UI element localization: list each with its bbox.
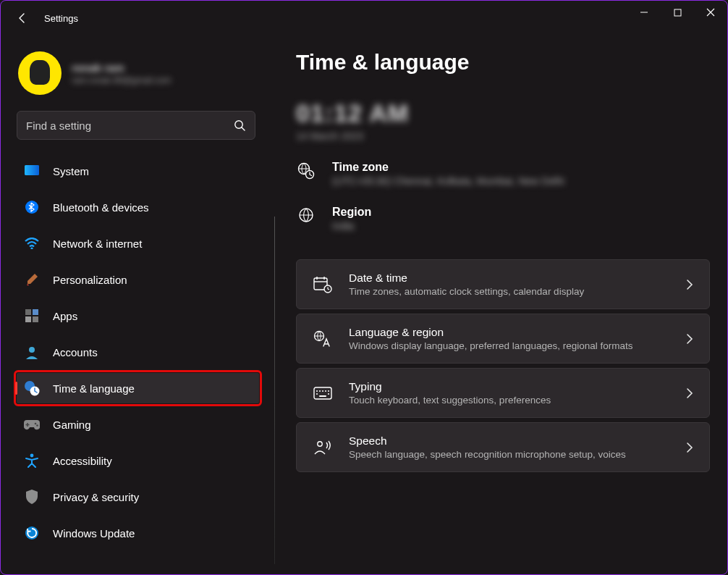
user-account-row[interactable]: ronak ram ram.ronak.98@gmail.com xyxy=(18,51,259,95)
svg-point-35 xyxy=(328,393,329,395)
chevron-right-icon xyxy=(686,333,693,345)
sidebar-item-apps[interactable]: Apps xyxy=(17,301,259,331)
svg-rect-1 xyxy=(674,9,681,16)
region-title: Region xyxy=(332,206,371,219)
search-icon xyxy=(234,119,246,132)
card-title: Speech xyxy=(349,435,670,448)
current-time: 01:12 AM xyxy=(296,99,710,127)
calendar-clock-icon xyxy=(313,276,333,293)
svg-rect-9 xyxy=(33,309,38,315)
svg-rect-36 xyxy=(319,395,326,397)
page-title: Time & language xyxy=(296,50,710,75)
window-controls xyxy=(627,1,727,24)
gamepad-icon xyxy=(24,416,40,432)
sidebar-item-label: Privacy & security xyxy=(53,491,139,503)
globe-clock-icon xyxy=(296,162,316,180)
svg-point-37 xyxy=(318,441,322,445)
svg-rect-8 xyxy=(25,309,31,315)
minimize-button[interactable] xyxy=(627,1,661,24)
timezone-title: Time zone xyxy=(332,161,564,174)
card-language-region[interactable]: Language & region Windows display langua… xyxy=(296,314,710,364)
title-bar: Settings xyxy=(1,1,727,35)
search-input[interactable] xyxy=(26,119,234,132)
speech-icon xyxy=(313,440,333,456)
globe-icon xyxy=(296,207,316,223)
sidebar-item-label: Network & internet xyxy=(53,238,142,250)
svg-rect-10 xyxy=(25,316,31,322)
card-subtitle: Touch keyboard, text suggestions, prefer… xyxy=(349,395,670,406)
card-date-time[interactable]: Date & time Time zones, automatic clock … xyxy=(296,259,710,309)
card-typing[interactable]: Typing Touch keyboard, text suggestions,… xyxy=(296,368,710,418)
svg-rect-11 xyxy=(33,316,38,322)
sidebar-item-label: Windows Update xyxy=(53,527,135,540)
user-email: ram.ronak.98@gmail.com xyxy=(72,75,172,85)
svg-point-7 xyxy=(30,247,33,249)
sidebar-item-label: Time & language xyxy=(53,382,135,395)
card-subtitle: Windows display language, preferred lang… xyxy=(349,340,670,351)
svg-point-15 xyxy=(35,423,37,425)
sidebar-item-bluetooth[interactable]: Bluetooth & devices xyxy=(17,192,259,222)
settings-card-list: Date & time Time zones, automatic clock … xyxy=(296,259,710,472)
sidebar-item-gaming[interactable]: Gaming xyxy=(17,409,259,440)
user-name: ronak ram xyxy=(72,62,172,74)
shield-icon xyxy=(24,489,40,505)
clock-globe-icon xyxy=(24,380,40,396)
region-value: India xyxy=(332,220,371,232)
region-info: Region India xyxy=(296,206,710,232)
close-icon xyxy=(706,8,715,17)
sidebar-item-accounts[interactable]: Accounts xyxy=(17,337,259,367)
back-button[interactable] xyxy=(8,4,37,33)
paintbrush-icon xyxy=(24,272,40,288)
avatar xyxy=(18,51,62,95)
sidebar-item-windows-update[interactable]: Windows Update xyxy=(17,518,259,548)
sidebar-item-label: Bluetooth & devices xyxy=(53,201,149,214)
maximize-button[interactable] xyxy=(661,1,694,24)
chevron-right-icon xyxy=(686,387,693,399)
svg-line-3 xyxy=(242,127,245,130)
sidebar-item-personalization[interactable]: Personalization xyxy=(17,264,259,295)
sidebar-item-privacy[interactable]: Privacy & security xyxy=(17,482,259,512)
sidebar-item-label: Personalization xyxy=(53,274,127,286)
chevron-right-icon xyxy=(686,442,693,453)
svg-point-31 xyxy=(322,390,323,392)
sidebar-item-label: Apps xyxy=(53,310,77,322)
timezone-info: Time zone (UTC+05:30) Chennai, Kolkata, … xyxy=(296,161,710,187)
language-icon xyxy=(313,330,333,348)
close-button[interactable] xyxy=(694,1,727,24)
keyboard-icon xyxy=(313,387,333,400)
app-title: Settings xyxy=(44,13,78,24)
svg-point-33 xyxy=(328,390,329,392)
svg-rect-5 xyxy=(25,165,39,175)
svg-point-12 xyxy=(29,347,35,353)
sidebar-item-label: System xyxy=(53,165,89,177)
main-content: Time & language 01:12 AM 14 March 2023 T… xyxy=(296,50,710,574)
svg-point-34 xyxy=(316,393,318,395)
card-speech[interactable]: Speech Speech language, speech recogniti… xyxy=(296,422,710,472)
timezone-value: (UTC+05:30) Chennai, Kolkata, Mumbai, Ne… xyxy=(332,175,564,187)
svg-point-29 xyxy=(316,390,318,392)
sidebar-item-label: Gaming xyxy=(53,419,91,431)
sidebar-item-label: Accessibility xyxy=(53,455,112,467)
svg-point-32 xyxy=(325,390,326,392)
svg-point-30 xyxy=(319,390,321,392)
bluetooth-icon xyxy=(24,199,40,215)
chevron-right-icon xyxy=(686,279,693,290)
wifi-icon xyxy=(24,235,40,251)
svg-rect-28 xyxy=(314,387,331,399)
sidebar-item-system[interactable]: System xyxy=(17,156,259,186)
card-subtitle: Speech language, speech recognition micr… xyxy=(349,449,670,460)
search-box[interactable] xyxy=(17,111,255,140)
arrow-left-icon xyxy=(17,12,28,24)
svg-point-6 xyxy=(25,201,38,214)
accessibility-icon xyxy=(24,453,40,469)
person-icon xyxy=(24,344,40,360)
sidebar-item-network[interactable]: Network & internet xyxy=(17,228,259,259)
svg-point-16 xyxy=(36,424,38,427)
apps-icon xyxy=(24,308,40,324)
sidebar: ronak ram ram.ronak.98@gmail.com System … xyxy=(1,44,272,574)
card-title: Typing xyxy=(349,380,670,393)
minimize-icon xyxy=(640,8,648,17)
sidebar-item-accessibility[interactable]: Accessibility xyxy=(17,445,259,476)
current-date: 14 March 2023 xyxy=(296,130,710,142)
sidebar-item-time-language[interactable]: Time & language xyxy=(17,373,259,403)
